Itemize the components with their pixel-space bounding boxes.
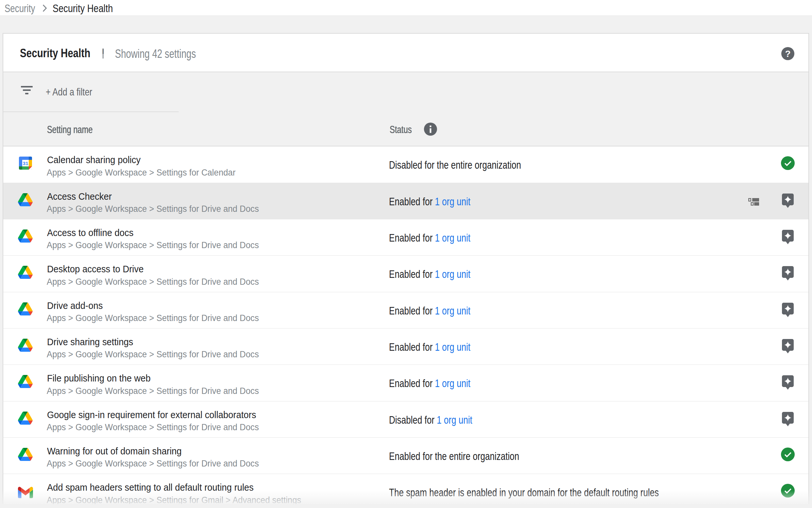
svg-text:31: 31 — [22, 161, 29, 166]
svg-text:?: ? — [785, 49, 791, 59]
